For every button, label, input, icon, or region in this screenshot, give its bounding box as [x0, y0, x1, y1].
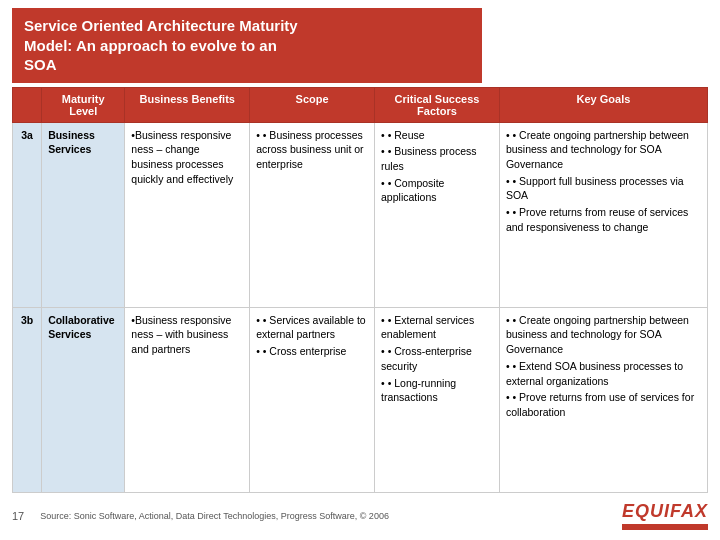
key-goal-bullet: • Create ongoing partnership between bus…	[506, 128, 701, 172]
header-maturity-level	[13, 87, 42, 122]
header-critical-success: Critical Success Factors	[375, 87, 500, 122]
header-scope: Scope	[250, 87, 375, 122]
maturity-level-cell: Business Services	[42, 122, 125, 307]
header-key-goals: Key Goals	[499, 87, 707, 122]
footer-left: 17 Source: Sonic Software, Actional, Dat…	[12, 510, 389, 522]
logo-text: EQUIFAX	[622, 501, 708, 522]
key-goal-bullet: • Extend SOA business processes to exter…	[506, 359, 701, 388]
critical-bullet: • Long-running transactions	[381, 376, 493, 405]
page-title: Service Oriented Architecture Maturity M…	[12, 8, 482, 83]
header-business-benefits: Business Benefits	[125, 87, 250, 122]
scope-bullet: • Cross enterprise	[256, 344, 368, 359]
key-goal-bullet: • Prove returns from reuse of services a…	[506, 205, 701, 234]
key-goal-bullet: • Create ongoing partnership between bus…	[506, 313, 701, 357]
equifax-logo: EQUIFAX	[622, 501, 708, 530]
critical-bullet: • Business process rules	[381, 144, 493, 173]
critical-bullet: • External services enablement	[381, 313, 493, 342]
footer-source: Source: Sonic Software, Actional, Data D…	[40, 511, 389, 521]
page-number: 17	[12, 510, 24, 522]
critical-success-cell: • Reuse• Business process rules• Composi…	[375, 122, 500, 307]
page-wrapper: Service Oriented Architecture Maturity M…	[0, 0, 720, 540]
key-goal-bullet: • Prove returns from use of services for…	[506, 390, 701, 419]
row-label: 3a	[13, 122, 42, 307]
business-benefits-cell: •Business responsive ness – change busin…	[125, 122, 250, 307]
key-goal-bullet: • Support full business processes via SO…	[506, 174, 701, 203]
critical-bullet: • Composite applications	[381, 176, 493, 205]
business-benefits-cell: •Business responsive ness – with busines…	[125, 307, 250, 492]
footer: 17 Source: Sonic Software, Actional, Dat…	[12, 499, 708, 532]
header-maturity-level-label: Maturity Level	[42, 87, 125, 122]
row-label: 3b	[13, 307, 42, 492]
key-goals-cell: • Create ongoing partnership between bus…	[499, 307, 707, 492]
critical-bullet: • Reuse	[381, 128, 493, 143]
scope-bullet: • Business processes across business uni…	[256, 128, 368, 172]
maturity-level-cell: Collaborative Services	[42, 307, 125, 492]
scope-cell: • Services available to external partner…	[250, 307, 375, 492]
critical-bullet: • Cross-enterprise security	[381, 344, 493, 373]
scope-cell: • Business processes across business uni…	[250, 122, 375, 307]
critical-success-cell: • External services enablement• Cross-en…	[375, 307, 500, 492]
maturity-table: Maturity Level Business Benefits Scope C…	[12, 87, 708, 494]
scope-bullet: • Services available to external partner…	[256, 313, 368, 342]
key-goals-cell: • Create ongoing partnership between bus…	[499, 122, 707, 307]
